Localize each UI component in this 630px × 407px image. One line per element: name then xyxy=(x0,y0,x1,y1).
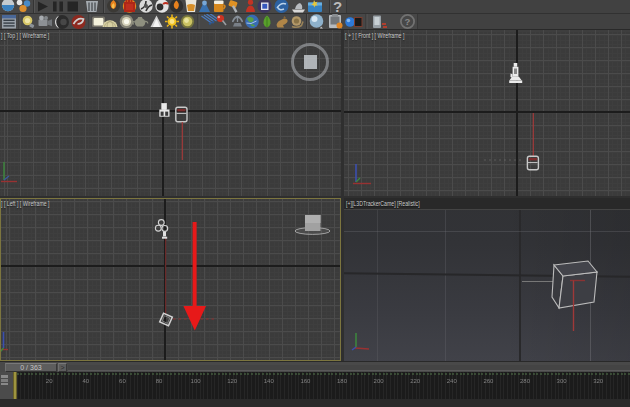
svg-text:?: ? xyxy=(333,0,342,13)
svg-text:?: ? xyxy=(405,16,411,27)
